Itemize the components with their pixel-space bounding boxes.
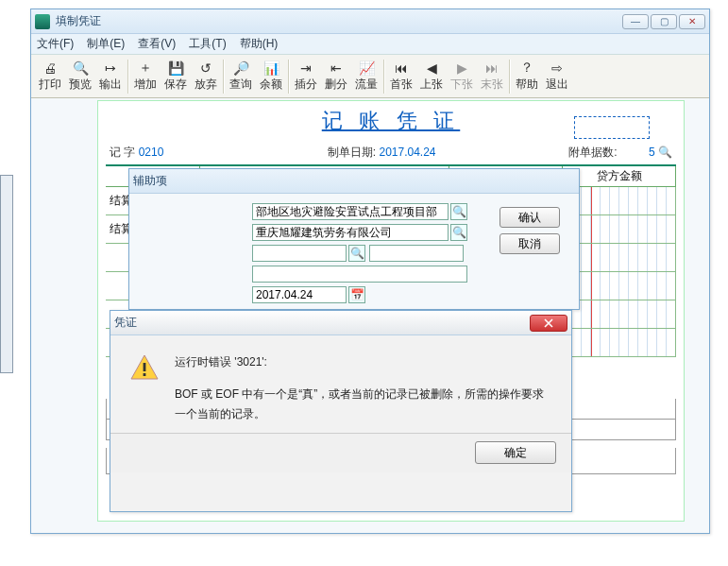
toolbar-discard[interactable]: ↺放弃: [191, 60, 221, 93]
menu-tool[interactable]: 工具(T): [189, 36, 226, 52]
export-icon: ↦: [102, 60, 119, 77]
aux-field-3[interactable]: [252, 245, 347, 262]
lookup-icon-2[interactable]: 🔍: [450, 224, 467, 241]
cell-credit[interactable]: [563, 215, 676, 243]
toolbar-save[interactable]: 💾保存: [161, 60, 191, 93]
menu-make[interactable]: 制单(E): [87, 36, 125, 52]
last-icon: ⏭: [483, 60, 500, 77]
toolbar-help[interactable]: ？帮助: [512, 60, 542, 93]
toolbar-label: 首张: [390, 77, 413, 93]
error-title: 凭证: [114, 315, 530, 331]
error-line-2: BOF 或 EOF 中有一个是“真”，或者当前的记录已被删除，所需的操作要求一个…: [175, 385, 552, 425]
toolbar-insert-entry[interactable]: ⇥插分: [291, 60, 321, 93]
toolbar-label: 查询: [229, 77, 252, 93]
toolbar-print[interactable]: 🖨打印: [35, 60, 65, 93]
toolbar-label: 流量: [355, 77, 378, 93]
doc-header: 记 字 0210 制单日期: 2017.04.24 附单据数: 5 🔍: [98, 145, 684, 164]
menu-file[interactable]: 文件(F): [37, 36, 74, 52]
toolbar-label: 打印: [39, 77, 61, 93]
error-dialog: 凭证 运行时错误 '3021': BOF 或 EOF 中有一个是“真”，或者当前…: [110, 310, 572, 512]
cell-credit[interactable]: [563, 272, 676, 300]
date-value[interactable]: 2017.04.24: [379, 146, 435, 159]
toolbar-label: 放弃: [195, 77, 217, 93]
aux-field-2[interactable]: [252, 224, 449, 241]
main-title: 填制凭证: [56, 13, 622, 29]
prev-icon: ◀: [423, 60, 440, 77]
discard-icon: ↺: [197, 60, 214, 77]
svg-rect-0: [144, 363, 146, 371]
calendar-icon[interactable]: 📅: [348, 286, 365, 303]
error-titlebar: 凭证: [110, 311, 571, 335]
word-value[interactable]: 0210: [139, 146, 164, 159]
first-icon: ⏮: [393, 60, 410, 77]
col-credit: 贷方金额: [563, 166, 676, 186]
main-titlebar: 填制凭证 — ▢ ✕: [31, 9, 709, 34]
menu-help[interactable]: 帮助(H): [240, 36, 279, 52]
aux-title: 辅助项: [133, 173, 575, 189]
warning-icon: [129, 352, 160, 383]
error-ok-button[interactable]: 确定: [475, 441, 556, 464]
minimize-button[interactable]: —: [622, 14, 649, 29]
insert-entry-icon: ⇥: [297, 60, 314, 77]
flow-icon: 📈: [358, 60, 375, 77]
date-label: 制单日期:: [328, 146, 376, 159]
cell-credit[interactable]: [563, 300, 676, 328]
toolbar-export[interactable]: ↦输出: [95, 60, 126, 93]
toolbar-last: ⏭末张: [477, 60, 507, 93]
toolbar-delete-entry[interactable]: ⇤删分: [321, 60, 351, 93]
aux-ok-button[interactable]: 确认: [499, 207, 560, 228]
toolbar-label: 退出: [546, 77, 568, 93]
toolbar-label: 余额: [260, 77, 282, 93]
add-icon: ＋: [137, 60, 154, 77]
aux-field-1[interactable]: [252, 203, 449, 220]
aux-field-3b[interactable]: [369, 245, 464, 262]
cell-credit[interactable]: [563, 187, 676, 214]
attach-value[interactable]: 5: [649, 146, 655, 159]
delete-entry-icon: ⇤: [328, 60, 345, 77]
toolbar-label: 上张: [420, 77, 443, 93]
toolbar-label: 预览: [69, 77, 92, 93]
word-label: 记 字: [110, 146, 135, 159]
toolbar-balance[interactable]: 📊余额: [256, 60, 286, 93]
toolbar-next: ▶下张: [447, 60, 477, 93]
attach-label: 附单据数:: [568, 146, 617, 159]
error-line-1: 运行时错误 '3021':: [175, 352, 552, 373]
toolbar-add[interactable]: ＋增加: [130, 60, 161, 93]
close-button[interactable]: ✕: [679, 14, 705, 29]
balance-icon: 📊: [262, 60, 279, 77]
lookup-icon-3[interactable]: 🔍: [348, 245, 365, 262]
menubar: 文件(F) 制单(E) 查看(V) 工具(T) 帮助(H): [31, 34, 709, 55]
toolbar-exit[interactable]: ⇨退出: [542, 60, 572, 93]
preview-icon: 🔍: [72, 60, 89, 77]
aux-field-4[interactable]: [252, 266, 467, 283]
dashed-box: [574, 116, 650, 139]
svg-rect-1: [144, 373, 146, 376]
cell-credit[interactable]: [563, 329, 676, 356]
toolbar-query[interactable]: 🔎查询: [226, 60, 256, 93]
toolbar-label: 删分: [325, 77, 347, 93]
menu-view[interactable]: 查看(V): [138, 36, 176, 52]
toolbar-label: 输出: [99, 77, 122, 93]
toolbar-label: 增加: [134, 77, 157, 93]
app-icon: [35, 14, 50, 29]
attach-search-icon[interactable]: 🔍: [658, 146, 672, 159]
toolbar-label: 下张: [450, 77, 473, 93]
toolbar-flow[interactable]: 📈流量: [351, 60, 381, 93]
cell-credit[interactable]: [563, 244, 676, 271]
lookup-icon-1[interactable]: 🔍: [450, 203, 467, 220]
aux-item-dialog: 辅助项 🔍 🔍 🔍 📅 确认 取消: [128, 168, 580, 310]
print-icon: 🖨: [42, 60, 59, 77]
side-strip: [0, 175, 13, 373]
aux-cancel-button[interactable]: 取消: [499, 233, 560, 254]
save-icon: 💾: [167, 60, 184, 77]
exit-icon: ⇨: [549, 60, 566, 77]
aux-date[interactable]: [252, 286, 347, 303]
toolbar-label: 插分: [295, 77, 317, 93]
toolbar-prev[interactable]: ◀上张: [416, 60, 447, 93]
error-close-button[interactable]: [530, 315, 567, 332]
toolbar-first[interactable]: ⏮首张: [386, 60, 416, 93]
aux-titlebar: 辅助项: [129, 169, 579, 194]
toolbar-preview[interactable]: 🔍预览: [65, 60, 95, 93]
maximize-button[interactable]: ▢: [651, 14, 677, 29]
toolbar-label: 末张: [481, 77, 503, 93]
